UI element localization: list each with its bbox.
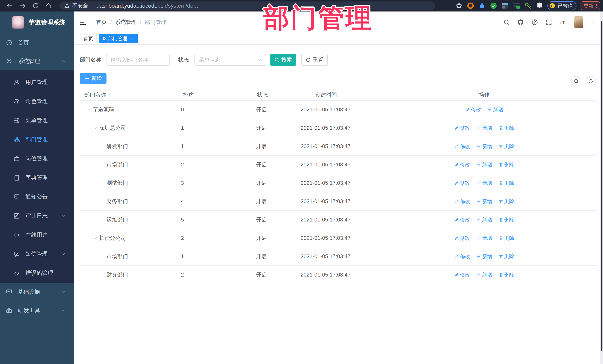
sidebar-item-13[interactable]: 基础设施 [0, 283, 74, 301]
sidebar-item-3[interactable]: 角色管理 [0, 92, 74, 111]
sidebar-logo-row[interactable]: 芋道管理系统 [0, 11, 74, 33]
delete-action-link[interactable]: 删除 [499, 161, 514, 168]
edit-action-link[interactable]: 修改 [465, 106, 481, 113]
show-search-button[interactable] [571, 76, 581, 86]
tab-0[interactable]: 首页 [80, 34, 97, 43]
sidebar-item-6[interactable]: 岗位管理 [0, 149, 74, 168]
add-action-link[interactable]: 新增 [476, 217, 492, 223]
delete-action-link[interactable]: 删除 [499, 143, 514, 150]
sidebar-item-1[interactable]: 系统管理 [0, 52, 74, 70]
status-select[interactable]: 菜单状态 [195, 54, 266, 66]
user-avatar[interactable] [574, 16, 583, 28]
address-bar[interactable]: 不安全 dashboard.yudao.iocoder.cn/system/de… [59, 1, 435, 10]
edit-action-link[interactable]: 修改 [454, 253, 470, 260]
edit-action-link[interactable]: 修改 [454, 180, 470, 187]
add-action-link[interactable]: 新增 [476, 143, 492, 150]
delete-action-link[interactable]: 删除 [499, 125, 514, 132]
edit-action-link[interactable]: 修改 [454, 161, 470, 168]
sidebar-item-label: 在线用户 [25, 231, 48, 239]
delete-action-link[interactable]: 删除 [499, 272, 514, 278]
edit-action-link[interactable]: 修改 [454, 125, 470, 132]
smiley-icon [549, 3, 556, 9]
add-action-link[interactable]: 新增 [476, 180, 492, 187]
reset-button[interactable]: 重置 [301, 54, 328, 66]
help-icon[interactable] [531, 19, 538, 26]
expand-chevron-icon[interactable] [86, 107, 91, 112]
sidebar-item-2[interactable]: 用户管理 [0, 73, 74, 92]
add-action-link[interactable]: 新增 [487, 106, 503, 113]
home-icon[interactable] [45, 2, 52, 9]
grid-icon[interactable] [501, 2, 509, 10]
dept-name-cell: 芋道源码 [80, 106, 181, 113]
sidebar-item-8[interactable]: 通知公告 [0, 187, 74, 206]
chevron-down-icon [61, 213, 66, 218]
delete-action-link[interactable]: 删除 [499, 235, 514, 242]
puzzle-icon[interactable] [536, 2, 543, 10]
sort-cell: 2 [181, 235, 256, 241]
add-action-link[interactable]: 新增 [476, 253, 492, 260]
add-action-link[interactable]: 新增 [476, 125, 492, 132]
page-scrollbar[interactable] [600, 11, 603, 364]
add-action-link[interactable]: 新增 [476, 272, 492, 278]
sidebar-item-9[interactable]: 审计日志 [0, 206, 74, 225]
time-cell: 2021-01-05 17:03:47 [301, 143, 453, 149]
orange-ring-icon[interactable] [467, 2, 474, 10]
edit-action-link[interactable]: 修改 [454, 272, 470, 278]
bookmark-star-icon[interactable] [455, 2, 463, 10]
paused-extension-button[interactable]: 已暂停 [547, 1, 577, 10]
font-size-icon[interactable]: TT [560, 19, 566, 26]
sidebar-item-11[interactable]: 短信管理 [0, 244, 74, 264]
add-action-link[interactable]: 新增 [476, 198, 492, 205]
sidebar-item-14[interactable]: 研发工具 [0, 301, 74, 320]
sidebar-item-10[interactable]: 在线用户 [0, 225, 74, 244]
users-icon [13, 98, 20, 105]
delete-action-link[interactable]: 删除 [499, 217, 514, 223]
url-path: /system/dept [166, 3, 198, 9]
sidebar-item-0[interactable]: 首页 [0, 33, 74, 52]
sidebar-item-7[interactable]: 字典管理 [0, 168, 74, 187]
delete-action-link[interactable]: 删除 [499, 180, 514, 187]
search-button[interactable]: 搜索 [270, 54, 296, 66]
add-action-link[interactable]: 新增 [476, 235, 492, 242]
toolbox-icon [6, 307, 12, 314]
expand-chevron-icon[interactable] [93, 236, 98, 241]
close-icon[interactable] [130, 36, 134, 41]
delete-action-link[interactable]: 删除 [499, 198, 514, 205]
dept-name-cell: 深圳总公司 [80, 124, 181, 132]
refresh-table-button[interactable] [586, 76, 596, 86]
edit-action-link[interactable]: 修改 [454, 198, 470, 205]
col-header-name: 部门名称 [80, 91, 181, 99]
edit-action-link[interactable]: 修改 [454, 143, 470, 150]
list-on-icon[interactable]: on [513, 2, 520, 10]
expand-chevron-icon[interactable] [93, 126, 98, 131]
plus-icon [476, 272, 481, 277]
delete-action-link[interactable]: 删除 [499, 253, 514, 260]
sidebar-item-5[interactable]: 部门管理 [0, 130, 74, 149]
browser-update-button[interactable]: 更新 [580, 1, 600, 10]
sidebar-item-label: 研发工具 [18, 307, 40, 314]
avatar-dropdown-icon[interactable] [591, 20, 595, 24]
add-button[interactable]: 新增 [80, 73, 106, 84]
breadcrumb-item[interactable]: 首页 [96, 19, 107, 26]
tab-1[interactable]: 部门管理 [99, 34, 138, 43]
header-search-icon[interactable] [503, 19, 510, 26]
sort-cell: 1 [181, 143, 256, 149]
hamburger-icon[interactable] [79, 19, 86, 26]
sidebar-item-12[interactable]: 错误码管理 [0, 264, 74, 283]
github-icon[interactable] [517, 19, 524, 26]
back-arrow-icon[interactable] [6, 2, 13, 9]
blue-drop-icon[interactable] [478, 2, 486, 10]
sidebar-item-4[interactable]: 菜单管理 [0, 111, 74, 130]
reload-icon[interactable] [32, 2, 39, 9]
scrollbar-thumb[interactable] [601, 21, 603, 351]
add-action-link[interactable]: 新增 [476, 161, 492, 168]
browser-menu-icon[interactable] [596, 4, 597, 8]
dept-name-input[interactable] [106, 54, 170, 66]
green-check-icon[interactable] [490, 2, 497, 10]
breadcrumb-item[interactable]: 系统管理 [115, 19, 137, 26]
forward-arrow-icon[interactable] [19, 2, 26, 9]
key-icon[interactable] [524, 2, 532, 10]
fullscreen-icon[interactable] [545, 19, 552, 26]
edit-action-link[interactable]: 修改 [454, 217, 470, 223]
edit-action-link[interactable]: 修改 [454, 235, 470, 242]
